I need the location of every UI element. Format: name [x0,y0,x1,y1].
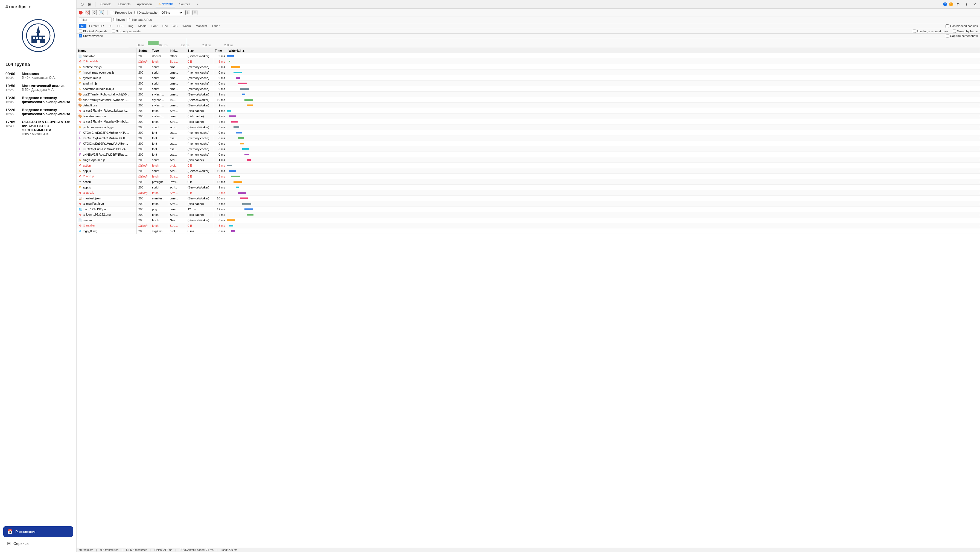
time-start: 09:00 [5,72,19,76]
col-header-type[interactable]: Type [150,48,168,53]
table-row[interactable]: ⚙ runtime.min.js 200 script time... (mem… [76,64,980,70]
table-row[interactable]: ⚙ bootstrap.bundle.min.js 200 script tim… [76,86,980,92]
schedule-subject: Введение в технику физического экспериме… [22,108,71,116]
table-row[interactable]: 🎨 bootstrap.min.css 200 stylesh... time.… [76,113,980,119]
table-row[interactable]: 🎨 default.css 200 stylesh... time... (Se… [76,102,980,108]
group-title: 104 группа [5,62,71,67]
type-btn-fetchxhr[interactable]: Fetch/XHR [87,24,106,28]
tl-label-50: 50 ms [137,44,144,47]
table-row[interactable]: 🎨 css2?family=Material+Symbols+... 200 s… [76,97,980,102]
table-row[interactable]: 📄 navbar 200 fetch Nav... (ServiceWorker… [76,217,980,223]
type-filter-bar: All Fetch/XHR JS CSS Img Media Font Doc … [76,23,980,29]
col-header-waterfall[interactable]: Waterfall ▲ [227,48,980,53]
devtools-settings-icon[interactable]: ⚙ [955,1,961,8]
table-row[interactable]: ⚙ profcomff-root-config.js 200 script sc… [76,124,980,130]
table-row[interactable]: ◈ logo_ff.svg 200 svg+xml runt... 0 ms 0… [76,228,980,234]
type-btn-css[interactable]: CSS [115,24,126,28]
tab-sources[interactable]: Sources [177,2,193,7]
table-row[interactable]: ⊘ ⊘ navbar (failed) fetch Stra... 0 B 3 … [76,223,980,228]
disable-cache-checkbox[interactable] [134,11,138,14]
table-row[interactable]: ⚙ app.js 200 script scri... (ServiceWork… [76,185,980,190]
table-row[interactable]: ⚙ system.min.js 200 script time... (memo… [76,75,980,81]
type-btn-wasm[interactable]: Wasm [180,24,193,28]
table-row[interactable]: F KFOmCnqEu92Fr1Mu5mxKKTU... 200 font cs… [76,130,980,136]
type-btn-ws[interactable]: WS [170,24,180,28]
invert-checkbox[interactable] [113,18,116,21]
table-row[interactable]: ⚙ amd.min.js 200 script time... (memory … [76,81,980,86]
table-row[interactable]: ⊘ ⊘ css2?family=Material+Symbol... 200 f… [76,119,980,124]
blocked-requests-checkbox[interactable] [79,30,82,33]
type-btn-font[interactable]: Font [149,24,160,28]
table-row[interactable]: ⚙ single-spa.min.js 200 script scri... (… [76,157,980,163]
table-row[interactable]: ⊘ ⊘ app.js (failed) fetch Stra... 0 B 5 … [76,174,980,179]
devtools-device-icon[interactable]: ▣ [86,1,93,8]
table-row[interactable]: F KFOmCnqEu92Fr1Mu4mxKKTU... 200 font cs… [76,136,980,141]
blocked-cookies-checkbox[interactable] [945,24,949,28]
table-row[interactable]: F KFOlCnqEu92Fr1MmWUlfABc4... 200 font c… [76,141,980,146]
status-sep-2: | [122,549,123,552]
preserve-log-checkbox[interactable] [111,11,114,14]
table-row[interactable]: 🎨 css2?family=Roboto:ital,wght@0... 200 … [76,92,980,97]
show-overview-checkbox[interactable] [79,34,82,37]
table-row[interactable]: ⚙ import-map-overrides.js 200 script tim… [76,70,980,75]
table-row[interactable]: ⊘ ⊘ css2?family=Roboto:ital,wght... 200 … [76,108,980,113]
table-row[interactable]: ✈ action 200 preflight Prefi... 0 B 13 m… [76,179,980,185]
type-btn-manifest[interactable]: Manifest [194,24,210,28]
table-row[interactable]: ⚙ app.js 200 script scri... (ServiceWork… [76,168,980,174]
capture-screenshots-checkbox[interactable] [946,34,949,37]
row-size: (memory cache) [186,141,213,146]
search-icon[interactable]: 🔍 [99,10,104,15]
sidebar-item-services[interactable]: ⊞ Сервисы [3,538,73,549]
tab-console[interactable]: Console [98,2,114,7]
devtools-inspect-icon[interactable]: ⬡ [79,1,85,8]
table-row[interactable]: ⊘ ⊘ timetable (failed) fetch Stra... 0 B… [76,59,980,64]
type-btn-js[interactable]: JS [107,24,115,28]
row-time: 12 ms [213,207,227,212]
record-button[interactable] [79,11,83,14]
import-icon[interactable]: ⬆ [185,10,190,15]
table-row[interactable]: 📋 manifest.json 200 manifest time... (Se… [76,196,980,201]
hide-data-urls-checkbox[interactable] [127,18,130,21]
row-waterfall [227,148,980,150]
table-row[interactable]: F KFOlCnqEu92Fr1MmWUlfBBc4... 200 font c… [76,146,980,152]
type-btn-other[interactable]: Other [210,24,222,28]
filter-icon[interactable]: ⚲ [92,10,97,15]
type-btn-media[interactable]: Media [136,24,149,28]
export-icon[interactable]: ⬇ [192,10,197,15]
table-row[interactable]: 📄 timetable 200 docum... Other (ServiceW… [76,53,980,59]
table-row[interactable]: 🖼 icon_192x192.png 200 png time... 12 ms… [76,206,980,212]
tab-network[interactable]: ⚠Network [156,1,175,7]
large-rows-checkbox[interactable] [913,30,916,33]
col-header-status[interactable]: Status [137,48,150,53]
row-time: 0 ms [213,136,227,140]
type-btn-all[interactable]: All [79,24,86,28]
type-btn-img[interactable]: Img [126,24,135,28]
col-header-initiator[interactable]: Initi... [168,48,186,53]
third-party-checkbox[interactable] [112,30,115,33]
devtools-close-icon[interactable]: ✕ [971,1,978,8]
table-row[interactable]: ⊘ ⊘ app.js (failed) fetch Stra... 0 B 5 … [76,190,980,196]
row-time: 0 ms [213,130,227,135]
clear-button[interactable]: 🚫 [85,10,90,15]
table-row[interactable]: ⊘ action (failed) fetch prof... 0 B 46 m… [76,163,980,168]
row-type-icon: ⊘ [78,120,82,124]
row-name: KFOmCnqEu92Fr1Mu4mxKKTU... [83,137,129,140]
tab-more[interactable]: » [194,2,201,7]
app-header[interactable]: 4 октября ▾ [0,0,76,14]
row-name-cell: F KFOmCnqEu92Fr1Mu5mxKKTU... [76,130,137,136]
sidebar-item-schedule[interactable]: 📅 Расписание [3,526,73,537]
col-header-size[interactable]: Size [186,48,213,53]
col-header-name[interactable]: Name [76,48,137,53]
devtools-vertical-dots-icon[interactable]: ⋮ [963,1,970,8]
throttle-select[interactable]: Offline No throttling [160,10,183,15]
tab-elements[interactable]: Elements [115,2,133,7]
col-header-time[interactable]: Time [213,48,227,53]
table-row[interactable]: ⊘ ⊘ manifest.json 200 fetch Stra... (dis… [76,201,980,206]
row-initiator: time... [168,81,186,86]
group-by-frame-checkbox[interactable] [953,30,956,33]
tab-application[interactable]: Application [134,2,154,7]
table-row[interactable]: ⊘ ⊘ icon_192x192.png 200 fetch Stra... (… [76,212,980,217]
filter-input[interactable] [79,17,111,22]
type-btn-doc[interactable]: Doc [160,24,170,28]
table-row[interactable]: F gNNBW2J8Roq16WD5tFNRael... 200 font cs… [76,152,980,157]
